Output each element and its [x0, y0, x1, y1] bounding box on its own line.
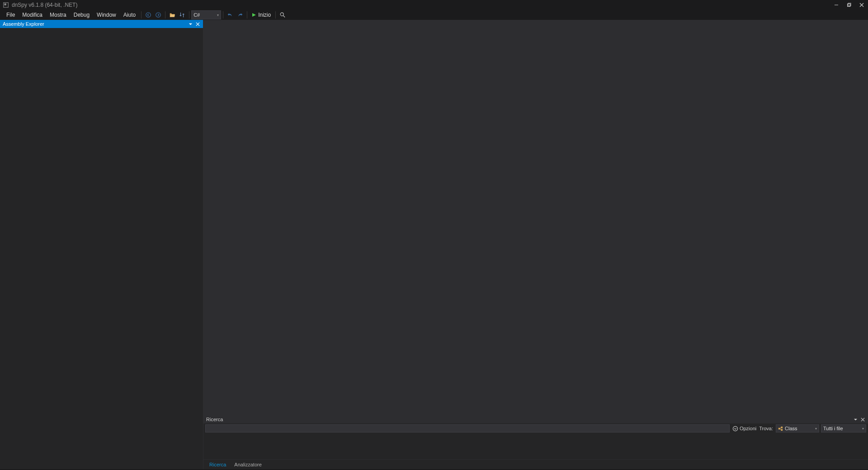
play-icon — [252, 13, 256, 17]
panel-close-button[interactable] — [194, 20, 201, 28]
search-panel-title: Ricerca — [206, 417, 223, 422]
language-combo-value: C# — [193, 12, 200, 18]
separator — [275, 11, 276, 19]
separator — [165, 11, 165, 19]
search-options-button[interactable]: Opzioni — [731, 426, 757, 432]
svg-line-10 — [283, 16, 285, 18]
search-type-value: Class — [785, 426, 797, 431]
search-options-label: Opzioni — [740, 426, 756, 431]
search-controls: Opzioni Trova: Class ▾ Tutti i file ▾ — [203, 423, 868, 433]
close-button[interactable] — [855, 0, 868, 10]
search-panel-header[interactable]: Ricerca — [203, 415, 868, 423]
svg-rect-18 — [781, 429, 783, 431]
menu-mostra[interactable]: Mostra — [46, 11, 70, 19]
language-combo[interactable]: C# ▾ — [191, 10, 221, 19]
tab-ricerca[interactable]: Ricerca — [205, 460, 230, 469]
chevron-down-icon: ▾ — [862, 427, 864, 431]
app-icon — [3, 2, 9, 8]
chevron-down-icon: ▾ — [217, 13, 219, 17]
undo-button[interactable] — [226, 10, 235, 19]
assembly-explorer-title: Assembly Explorer — [3, 21, 44, 27]
sort-button[interactable] — [178, 10, 187, 19]
code-editor-area[interactable] — [203, 20, 868, 415]
menu-bar: File Modifica Mostra Debug Window Aiuto … — [0, 10, 868, 20]
svg-point-15 — [733, 426, 737, 431]
start-debug-label: Inizio — [258, 12, 271, 18]
svg-rect-16 — [778, 428, 780, 429]
separator — [141, 11, 142, 19]
search-results-list[interactable] — [203, 433, 868, 459]
search-scope-value: Tutti i file — [823, 426, 843, 431]
menu-window[interactable]: Window — [93, 11, 120, 19]
separator — [189, 11, 189, 19]
search-scope-combo[interactable]: Tutti i file ▾ — [821, 424, 866, 432]
chevron-down-icon: ▾ — [815, 427, 817, 431]
assembly-explorer-header[interactable]: Assembly Explorer — [0, 20, 203, 28]
svg-rect-4 — [848, 3, 851, 6]
panel-dropdown-button[interactable] — [187, 20, 194, 28]
svg-line-20 — [780, 428, 781, 430]
redo-button[interactable] — [236, 10, 245, 19]
svg-point-9 — [280, 13, 283, 16]
open-file-button[interactable] — [168, 10, 177, 19]
svg-point-8 — [156, 13, 161, 18]
separator — [247, 11, 247, 19]
class-icon — [778, 426, 783, 431]
svg-point-7 — [146, 13, 151, 18]
minimize-button[interactable] — [830, 0, 843, 10]
menu-modifica[interactable]: Modifica — [19, 11, 46, 19]
menu-debug[interactable]: Debug — [70, 11, 93, 19]
window-controls — [830, 0, 868, 10]
svg-line-19 — [780, 427, 781, 428]
svg-rect-17 — [781, 426, 783, 428]
menu-file[interactable]: File — [3, 11, 19, 19]
assembly-explorer-panel: Assembly Explorer — [0, 20, 203, 469]
separator — [223, 11, 223, 19]
menu-aiuto[interactable]: Aiuto — [120, 11, 139, 19]
svg-rect-1 — [5, 4, 6, 5]
window-title: dnSpy v6.1.8 (64-bit, .NET) — [12, 2, 77, 8]
panel-close-button[interactable] — [859, 416, 866, 423]
assembly-explorer-tree[interactable] — [0, 28, 203, 469]
bottom-tab-strip: Ricerca Analizzatore — [203, 459, 868, 469]
nav-back-button[interactable] — [144, 10, 153, 19]
tab-analizzatore[interactable]: Analizzatore — [230, 460, 266, 469]
panel-dropdown-button[interactable] — [852, 416, 859, 423]
search-toolbar-button[interactable] — [278, 10, 287, 19]
search-input[interactable] — [205, 424, 730, 432]
right-side: Ricerca Opzioni Trova: — [203, 20, 868, 469]
title-bar: dnSpy v6.1.8 (64-bit, .NET) — [0, 0, 868, 10]
search-type-combo[interactable]: Class ▾ — [776, 424, 819, 432]
search-panel: Ricerca Opzioni Trova: — [203, 415, 868, 469]
nav-forward-button[interactable] — [154, 10, 163, 19]
main-area: Assembly Explorer Ricerca — [0, 20, 868, 469]
start-debug-button[interactable]: Inizio — [249, 12, 274, 18]
maximize-button[interactable] — [843, 0, 855, 10]
search-find-label: Trova: — [759, 426, 774, 431]
chevron-down-circle-icon — [732, 426, 738, 432]
svg-rect-3 — [848, 4, 850, 7]
